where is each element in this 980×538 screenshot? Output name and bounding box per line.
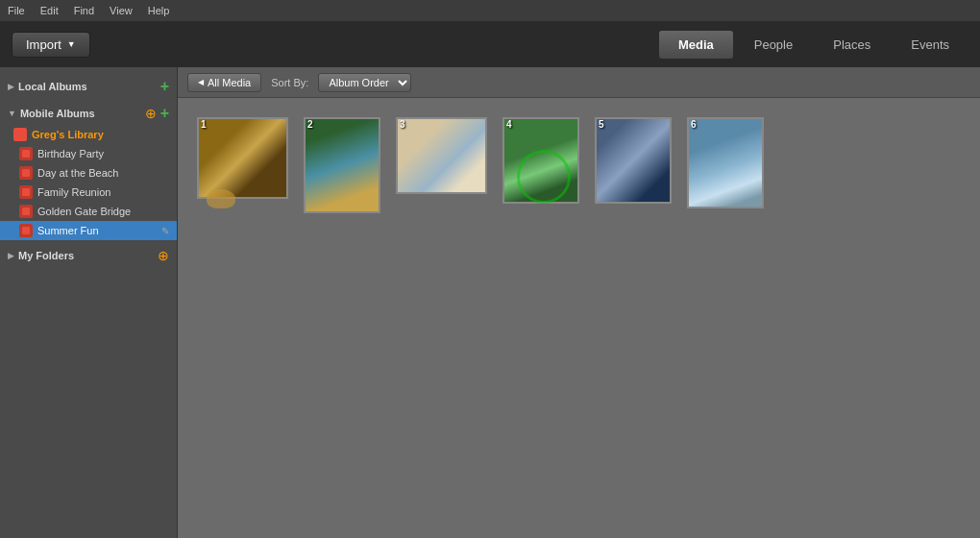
photo-number-1: 1	[201, 119, 207, 130]
filter-bar: ◀ All Media Sort By: Album Order	[178, 67, 980, 98]
import-arrow: ▼	[67, 39, 76, 49]
album-label-golden: Golden Gate Bridge	[37, 206, 131, 217]
album-icon-summer	[19, 224, 33, 237]
album-label-beach: Day at the Beach	[37, 167, 118, 179]
tab-media[interactable]: Media	[659, 31, 733, 59]
local-albums-label: Local Albums	[18, 81, 87, 92]
photo-number-4: 4	[506, 119, 512, 130]
mobile-albums-label: Mobile Albums	[20, 108, 95, 119]
sidebar-item-birthday-party[interactable]: Birthday Party	[0, 144, 177, 163]
photo-thumb-4[interactable]: 4	[502, 117, 579, 213]
sidebar-section-header-mobile[interactable]: ▼ Mobile Albums ⊕ +	[0, 102, 177, 125]
sort-select[interactable]: Album Order	[318, 73, 411, 92]
import-button[interactable]: Import ▼	[12, 32, 90, 58]
sort-by-label: Sort By:	[271, 77, 308, 88]
sync-mobile-button[interactable]: ⊕	[145, 106, 157, 121]
add-mobile-button[interactable]: +	[160, 106, 169, 121]
back-arrow: ◀	[198, 78, 204, 86]
album-label-birthday: Birthday Party	[37, 148, 104, 159]
photo-thumb-2[interactable]: 2	[304, 117, 380, 213]
tab-people[interactable]: People	[735, 31, 812, 59]
sidebar-section-header-local[interactable]: ▶ Local Albums +	[0, 75, 177, 98]
library-label: Greg's Library	[32, 129, 104, 140]
menu-help[interactable]: Help	[148, 5, 170, 16]
photo-number-3: 3	[400, 119, 405, 130]
menu-view[interactable]: View	[110, 5, 133, 16]
all-media-label: All Media	[208, 77, 251, 88]
menu-file[interactable]: File	[8, 5, 25, 16]
all-media-button[interactable]: ◀ All Media	[187, 73, 261, 92]
import-label: Import	[26, 37, 61, 52]
my-folders-label: My Folders	[18, 250, 74, 261]
menu-bar: File Edit Find View Help	[0, 0, 980, 21]
top-bar: Import ▼ Media People Places Events	[0, 21, 980, 67]
photo-image-2	[304, 117, 380, 213]
photo-image-6	[687, 117, 764, 208]
photo-grid: 1 2 3 4 5 6	[178, 98, 980, 232]
photo-image-4	[502, 117, 579, 204]
photo-number-2: 2	[307, 119, 313, 130]
photo-thumb-6[interactable]: 6	[687, 117, 764, 213]
library-icon	[13, 128, 27, 141]
triangle-local: ▶	[8, 82, 14, 91]
triangle-mobile: ▼	[8, 109, 16, 118]
gregs-library-item[interactable]: Greg's Library	[0, 125, 177, 144]
sidebar-section-local-albums: ▶ Local Albums +	[0, 75, 177, 98]
sidebar-section-header-folders[interactable]: ▶ My Folders ⊕	[0, 244, 177, 267]
album-icon-family	[19, 185, 33, 199]
album-icon-beach	[19, 166, 33, 180]
sidebar-item-family-reunion[interactable]: Family Reunion	[0, 183, 177, 202]
sidebar: ▶ Local Albums + ▼ Mobile Albums ⊕ +	[0, 67, 178, 538]
edit-icon: ✎	[161, 226, 169, 236]
tab-events[interactable]: Events	[892, 31, 968, 59]
photo-image-1	[197, 117, 288, 199]
menu-find[interactable]: Find	[74, 5, 94, 16]
sidebar-item-summer-fun[interactable]: Summer Fun ✎	[0, 221, 177, 240]
photo-image-3	[396, 117, 487, 194]
album-label-family: Family Reunion	[37, 186, 110, 198]
add-local-albums-button[interactable]: +	[160, 79, 169, 94]
photo-thumb-3[interactable]: 3	[396, 117, 487, 213]
triangle-folders: ▶	[8, 251, 14, 260]
sidebar-item-day-at-beach[interactable]: Day at the Beach	[0, 163, 177, 183]
tab-places[interactable]: Places	[814, 31, 890, 59]
photo-number-5: 5	[599, 119, 604, 130]
album-icon-golden	[19, 205, 33, 218]
menu-edit[interactable]: Edit	[40, 5, 59, 16]
photo-thumb-5[interactable]: 5	[595, 117, 672, 213]
sync-folders-button[interactable]: ⊕	[158, 248, 169, 263]
photo-number-6: 6	[691, 119, 697, 130]
nav-tabs: Media People Places Events	[659, 31, 968, 59]
photo-image-5	[595, 117, 672, 204]
album-icon-birthday	[19, 147, 33, 160]
sidebar-section-mobile-albums: ▼ Mobile Albums ⊕ + Greg's Library Birth…	[0, 102, 177, 240]
main-layout: ▶ Local Albums + ▼ Mobile Albums ⊕ +	[0, 67, 980, 538]
content-area: ◀ All Media Sort By: Album Order 1 2 3	[178, 67, 980, 538]
photo-thumb-1[interactable]: 1	[197, 117, 288, 213]
sidebar-section-my-folders: ▶ My Folders ⊕	[0, 244, 177, 267]
sidebar-item-golden-gate[interactable]: Golden Gate Bridge	[0, 202, 177, 221]
album-label-summer: Summer Fun	[37, 225, 99, 236]
